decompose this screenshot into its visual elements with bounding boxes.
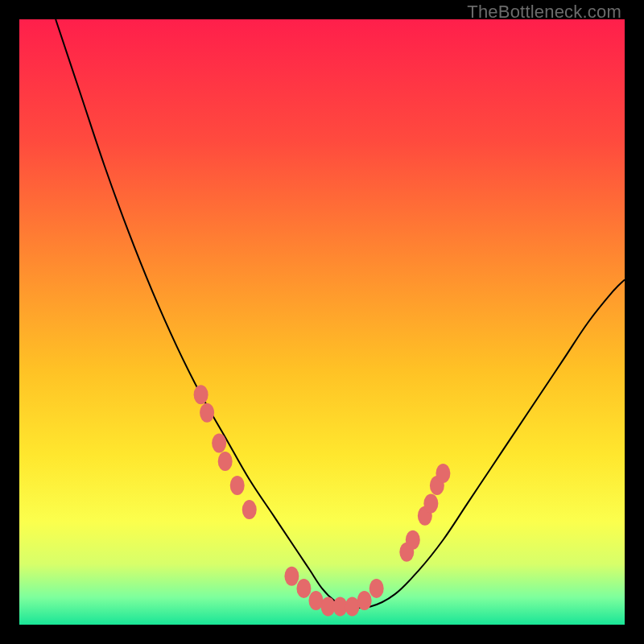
highlight-dot xyxy=(218,452,233,471)
highlight-dot xyxy=(284,567,299,586)
bottleneck-chart xyxy=(19,19,625,625)
highlight-dot xyxy=(194,385,208,404)
highlight-dot xyxy=(357,591,372,610)
highlight-dot xyxy=(369,579,384,598)
highlight-dot xyxy=(212,433,226,452)
highlight-dot xyxy=(230,476,245,495)
highlight-dot xyxy=(423,494,438,514)
highlight-dot xyxy=(296,579,311,598)
highlight-dot xyxy=(242,500,257,519)
highlight-dot xyxy=(436,464,450,483)
highlight-dot xyxy=(200,403,214,423)
chart-background xyxy=(19,19,625,625)
chart-frame xyxy=(19,19,625,625)
highlight-dot xyxy=(406,530,420,550)
